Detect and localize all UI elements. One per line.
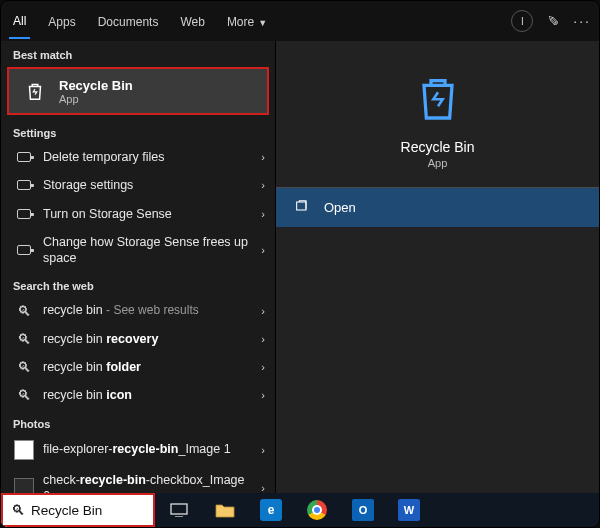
open-label: Open: [324, 200, 356, 215]
settings-icon: [13, 180, 35, 190]
search-icon: 🔍︎: [13, 359, 35, 375]
section-settings: Settings: [1, 119, 275, 143]
best-match-result[interactable]: Recycle Bin App: [7, 67, 269, 115]
web-result[interactable]: 🔍︎ recycle bin - See web results ›: [1, 296, 275, 325]
taskbar-file-explorer[interactable]: [205, 493, 245, 527]
search-icon: 🔍︎: [13, 331, 35, 347]
search-icon: 🔍︎: [11, 502, 25, 518]
user-avatar[interactable]: I: [511, 10, 533, 32]
task-view-button[interactable]: [159, 493, 199, 527]
chevron-right-icon: ›: [261, 208, 265, 220]
chevron-down-icon: ▼: [258, 18, 267, 28]
chevron-right-icon: ›: [261, 244, 265, 256]
settings-result[interactable]: Change how Storage Sense frees up space …: [1, 228, 275, 273]
options-menu[interactable]: ···: [573, 13, 591, 29]
tab-web[interactable]: Web: [176, 4, 208, 38]
chevron-right-icon: ›: [261, 361, 265, 373]
search-icon: 🔍︎: [13, 387, 35, 403]
tab-all[interactable]: All: [9, 3, 30, 39]
taskbar: e O W: [155, 493, 599, 527]
taskbar-chrome[interactable]: [297, 493, 337, 527]
taskbar-word[interactable]: W: [389, 493, 429, 527]
search-value: Recycle Bin: [31, 503, 102, 518]
results-panel: Best match Recycle Bin App Settings Dele…: [1, 41, 275, 493]
search-scope-tabs: All Apps Documents Web More▼: [9, 3, 511, 39]
taskbar-edge[interactable]: e: [251, 493, 291, 527]
chevron-right-icon: ›: [261, 151, 265, 163]
recycle-bin-icon: [21, 77, 49, 105]
svg-rect-1: [171, 504, 187, 514]
chevron-right-icon: ›: [261, 179, 265, 191]
titlebar: All Apps Documents Web More▼ I ✐ ···: [1, 1, 599, 41]
tab-apps[interactable]: Apps: [44, 4, 79, 38]
chevron-right-icon: ›: [261, 333, 265, 345]
web-result[interactable]: 🔍︎ recycle bin recovery ›: [1, 325, 275, 353]
feedback-icon[interactable]: ✐: [547, 13, 559, 29]
open-icon: [294, 198, 312, 217]
chevron-right-icon: ›: [261, 305, 265, 317]
settings-result[interactable]: Delete temporary files ›: [1, 143, 275, 171]
tab-more[interactable]: More▼: [223, 4, 271, 38]
recycle-bin-icon: [410, 69, 466, 129]
photo-result[interactable]: check-recycle-bin-checkbox_Image 6 ›: [1, 466, 275, 493]
settings-icon: [13, 209, 35, 219]
chevron-right-icon: ›: [261, 444, 265, 456]
preview-subtitle: App: [276, 157, 599, 169]
settings-icon: [13, 152, 35, 162]
section-photos: Photos: [1, 410, 275, 434]
preview-title: Recycle Bin: [276, 139, 599, 155]
settings-icon: [13, 245, 35, 255]
best-match-subtitle: App: [59, 93, 133, 105]
section-search-web: Search the web: [1, 272, 275, 296]
chevron-right-icon: ›: [261, 389, 265, 401]
preview-panel: Recycle Bin App Open: [275, 41, 599, 493]
photo-result[interactable]: file-explorer-recycle-bin_Image 1 ›: [1, 434, 275, 466]
web-result[interactable]: 🔍︎ recycle bin icon ›: [1, 381, 275, 409]
settings-result[interactable]: Storage settings ›: [1, 171, 275, 199]
tab-documents[interactable]: Documents: [94, 4, 163, 38]
svg-rect-0: [297, 202, 306, 210]
open-action[interactable]: Open: [276, 188, 599, 227]
image-thumb-icon: [13, 440, 35, 460]
image-thumb-icon: [13, 478, 35, 493]
web-result[interactable]: 🔍︎ recycle bin folder ›: [1, 353, 275, 381]
taskbar-outlook[interactable]: O: [343, 493, 383, 527]
settings-result[interactable]: Turn on Storage Sense ›: [1, 200, 275, 228]
search-input[interactable]: 🔍︎ Recycle Bin: [1, 493, 155, 527]
best-match-title: Recycle Bin: [59, 78, 133, 93]
chevron-right-icon: ›: [261, 482, 265, 493]
section-best-match: Best match: [1, 41, 275, 65]
search-icon: 🔍︎: [13, 303, 35, 319]
